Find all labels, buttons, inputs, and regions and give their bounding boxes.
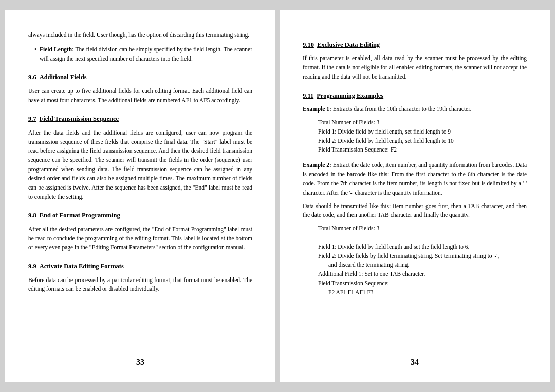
book-spread: always included in the field. User thoug… [0,0,555,392]
bullet-dot: • [34,45,36,64]
section-98-heading: 9.8End of Format Programming [28,211,252,220]
ex2-line-2: Field 1: Divide field by field length an… [318,242,527,252]
section-96-body: User can create up to five additional fi… [28,87,252,105]
section-96-title: Additional Fields [40,73,87,81]
example-1-intro: Example 1: Extracts data from the 10th c… [303,105,527,114]
ex1-line-3: Field Transmission Sequence: F2 [318,145,527,155]
page-right: 9.10Exclusive Data Editing If this param… [280,10,550,382]
page-number-right: 34 [303,356,527,369]
section-99-num: 9.9 [28,263,36,270]
example-2-block: Example 2: Extract the date code, item n… [303,161,527,297]
bullet-field-length: • Field Length: The field division can b… [28,45,252,64]
example-1-lines: Total Number of Fields: 3 Field 1: Divid… [303,118,527,155]
ex1-line-0: Total Number of Fields: 3 [318,118,527,127]
section-911-num: 9.11 [303,92,313,99]
bullet-text: Field Length: The field division can be … [40,45,252,64]
example-1-label: Example 1: [303,106,331,112]
section-911-heading: 9.11Programming Examples [303,91,527,101]
section-96-heading: 9.6Additional Fields [28,72,252,82]
section-97-body: After the data fields and the additional… [28,128,252,202]
section-96-num: 9.6 [28,73,36,81]
ex2-line-4: and discard the terminating string. [318,260,527,270]
section-910-num: 9.10 [303,41,314,48]
ex1-line-2: Field 2: Divide field by field length, s… [318,137,527,146]
section-98-title: End of Format Programming [40,212,120,219]
section-911-title: Programming Examples [317,92,383,99]
section-99-title: Activate Data Editing Formats [40,263,124,270]
example-2-intro: Example 2: Extract the date code, item n… [303,161,527,197]
bullet-body: : The field division can be simply speci… [40,46,252,62]
section-99-body: Before data can be processed by a partic… [28,276,252,294]
ex2-line-3: Field 2: Divide fields by field terminat… [318,252,527,261]
section-98-body: After all the desired parameters are con… [28,225,252,252]
ex2-line-5: Additional Field 1: Set to one TAB chara… [318,270,527,279]
section-97-title: Field Transmission Sequence [40,115,119,122]
section-910-title: Exclusive Data Editing [317,41,380,48]
example-2-label: Example 2: [303,162,331,168]
example-1-block: Example 1: Extracts data from the 10th c… [303,105,527,155]
ex2-line-1 [318,233,527,242]
bullet-label: Field Length [40,46,72,52]
ex1-line-1: Field 1: Divide field by field length, s… [318,127,527,137]
section-98-num: 9.8 [28,212,36,219]
section-910-heading: 9.10Exclusive Data Editing [303,40,527,50]
section-97-num: 9.7 [28,115,36,122]
section-99-heading: 9.9Activate Data Editing Formats [28,262,252,271]
section-910-body: If this parameter is enabled, all data r… [303,54,527,81]
page-left: always included in the field. User thoug… [5,10,275,382]
page-number-left: 33 [28,356,252,369]
ex2-line-7: F2 AF1 F1 AF1 F3 [318,288,527,297]
section-97-heading: 9.7Field Transmission Sequence [28,114,252,124]
example-1-intro-text: Extracts data from the 10th character to… [331,106,471,112]
example-2-lines: Total Number of Fields: 3 Field 1: Divid… [303,224,527,297]
ex2-line-0: Total Number of Fields: 3 [318,224,527,233]
example-2-intro-text: Extract the date code, item number, and … [303,162,527,195]
example-2-para2: Data should be transmitted like this: It… [303,202,527,220]
ex2-line-6: Field Transmission Sequence: [318,279,527,288]
intro-text: always included in the field. User thoug… [28,31,252,40]
